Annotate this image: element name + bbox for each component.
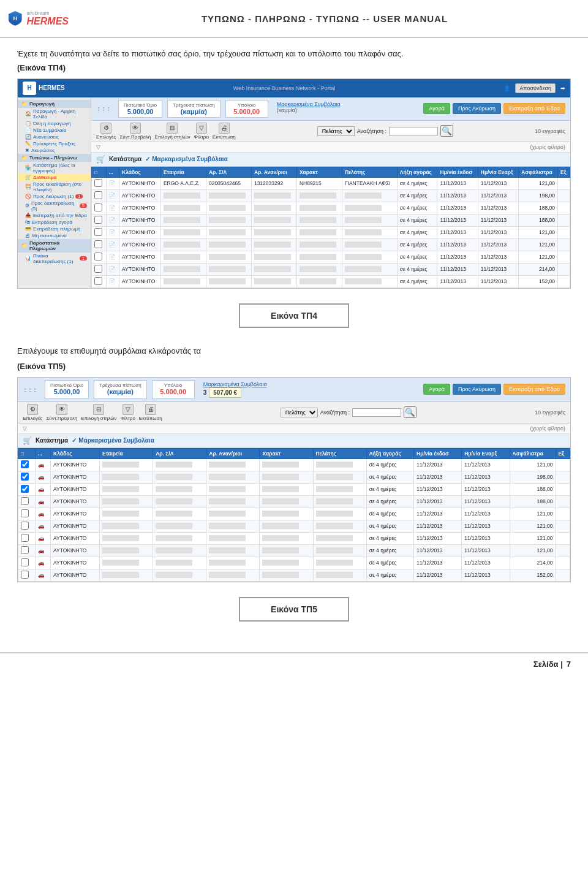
- col-xar: Χαρακτ: [296, 167, 342, 177]
- sidebar-item-clearance[interactable]: 🧮 Προς εκκαθάριση (στο πλαφόν): [18, 181, 91, 193]
- sidebar-item-home[interactable]: 🏠 Παραγωγή - Αρχική Σελίδα: [18, 108, 91, 120]
- sidebar-item-shop[interactable]: 🏪 Κατάστημα (όλες οι εγγραφές): [18, 162, 91, 174]
- page-header: H infoDream HERMES ΤΥΠΩΝΩ - ΠΛΗΡΩΝΩ - ΤΥ…: [0, 0, 588, 38]
- cancel-button[interactable]: Προς Ακύρωση: [453, 103, 501, 114]
- sidebar-section-reports: 📁 Παροστατικά Πληρωμών: [18, 239, 91, 253]
- col-ex-2: Εξ: [556, 448, 570, 458]
- app-topbar-right: 👤 Αποσύνδεση ➡: [503, 83, 565, 93]
- sidebar-item-unprinted[interactable]: 🖨 Μη εκτυπωμένα: [18, 232, 91, 239]
- info-bar-buttons: Αγορά Προς Ακύρωση Εισπραξη από Έδρα: [423, 100, 565, 118]
- menu-icon-label: ⋮⋮⋮: [96, 106, 111, 112]
- section-header: 🛒 Κατάστημα ✓ Μαρκαρισμένα Συμβόλαια: [91, 153, 570, 167]
- sidebar-item-process[interactable]: ⚙ Προς διεκπεραίωση (5) 5: [18, 200, 91, 212]
- import-icon: 📥: [25, 213, 31, 218]
- table-row: [92, 214, 107, 226]
- col-aran: Αρ. Αναν/ριοι: [251, 167, 296, 177]
- search-input[interactable]: [389, 127, 438, 135]
- client-select-2[interactable]: Πελάτης: [281, 408, 318, 417]
- section2-text: Επιλέγουμε τα επιθυμητά συμβόλαια κλικάρ…: [17, 345, 571, 358]
- marked-link[interactable]: Μαρκαρισμένα Συμβόλαια: [277, 101, 341, 107]
- screenshot-box-1: H HERMES Web Insurance Business Network …: [17, 78, 571, 289]
- caption-box-2-wrapper: Εικόνα ΤΠ5: [17, 588, 571, 630]
- page-title: ΤΥΠΩΝΩ - ΠΛΗΡΩΝΩ - ΤΥΠΩΝΩ -- USER MANUAL: [69, 13, 581, 24]
- page-footer: Σελίδα | 7: [0, 652, 588, 675]
- logo-area: H infoDream HERMES: [7, 5, 69, 32]
- page-content: Έχετε τη δυνατότητα να δείτε το πιστωτικ…: [0, 38, 588, 640]
- sidebar-section-production: 📁 Παραγωγή: [18, 100, 91, 108]
- table-row: [92, 238, 107, 251]
- filter-btn-2[interactable]: ▽ Φίλτρο: [121, 404, 135, 421]
- print-btn[interactable]: 🖨 Εκτύπωση: [213, 123, 236, 140]
- table-row: [18, 471, 36, 483]
- sidebar-item-renew[interactable]: 🔄 Ανανεώσεις: [18, 134, 91, 140]
- sidebar-item-new[interactable]: 📄 Νέα Συμβόλαια: [18, 127, 91, 134]
- folder-pay-icon: 📁: [21, 155, 28, 161]
- table-row: [18, 569, 36, 581]
- toolbar: ⚙ Επιλογές 👁 Σύντ.Προβολή ⊟ Επιλογή στηλ…: [91, 121, 570, 142]
- sidebar-item-praxis[interactable]: ✏️ Πρόσφετες Πράξεις: [18, 140, 91, 147]
- cart-icon: 🛒: [96, 155, 105, 164]
- columns-btn[interactable]: ⊟ Επιλογή στηλών: [154, 123, 190, 140]
- caption-box-2: Εικόνα ΤΠ5: [239, 597, 349, 622]
- available-icon: 🛒: [25, 175, 31, 180]
- buy-button-2[interactable]: Αγορά: [423, 384, 450, 395]
- current-credit-cell: Τρέχουσα πίστωση (καμμία): [167, 100, 221, 118]
- col-lixis: Λήξη αγοράς: [397, 167, 437, 177]
- client-select[interactable]: Πελάτης: [317, 126, 355, 136]
- current-credit-value-2: (καμμία): [99, 388, 141, 395]
- disconnect-button[interactable]: Αποσύνδεση: [515, 83, 556, 93]
- credit-limit-cell: Πιστωτικό Όριο 5.000,00: [118, 100, 162, 118]
- app-content: ⋮⋮⋮ Πιστωτικό Όριο 5.000,00 Τρέχουσα πίσ…: [91, 97, 570, 288]
- sidebar-item-payment[interactable]: 💳 Εκπράδεση πληρωμή: [18, 226, 91, 232]
- sidebar-item-buy[interactable]: 🛍 Εκπράδεση αγορά: [18, 219, 91, 226]
- search-input-2[interactable]: [352, 408, 401, 417]
- table-row: [92, 251, 107, 263]
- marked-link-2[interactable]: Μαρκαρισμένα Συμβόλαια: [203, 381, 267, 387]
- balance-label: Υπόλοιο: [231, 102, 263, 108]
- options-btn-2[interactable]: ⚙ Επιλογές: [23, 404, 42, 421]
- col-check-2: □: [18, 448, 36, 458]
- sidebar-item-import[interactable]: 📥 Εισπραξη από την Έδρα: [18, 212, 91, 219]
- print-btn-2[interactable]: 🖨 Εκτύπωση: [139, 404, 162, 421]
- table-row: [92, 202, 107, 214]
- section-title: Κατάστημα: [109, 156, 141, 162]
- col-arsl-2: Αρ. Σ/Λ: [153, 448, 206, 458]
- user-icon: 👤: [503, 85, 510, 91]
- sidebar-item-to-cancel[interactable]: 🚫 Προς Ακύρωση (1) 1: [18, 193, 91, 200]
- filter-icon-sm: ▽: [96, 144, 100, 150]
- filter-btn[interactable]: ▽ Φίλτρο: [194, 123, 209, 140]
- marked-section-label: Μαρκαρισμένα Συμβόλαια: [152, 156, 228, 162]
- credit-limit-cell-2: Πιστωτικό Όριο 5.000,00: [45, 380, 89, 399]
- buy-button[interactable]: Αγορά: [423, 103, 450, 114]
- check-icon-2: ✓: [72, 437, 77, 444]
- menu-icon-label-2: ⋮⋮⋮: [23, 387, 37, 392]
- balance-label-2: Υπόλοιο: [157, 382, 189, 388]
- view-btn-2[interactable]: 👁 Σύντ.Προβολή: [46, 404, 77, 421]
- import-button-2[interactable]: Εισπραξη από Έδρα: [503, 384, 565, 395]
- sidebar-section-payments: 📁 Τυπώνω - Πληρώνω: [18, 154, 91, 162]
- col-ex: Εξ: [558, 167, 570, 177]
- columns-icon: ⊟: [167, 123, 178, 134]
- filter-icon: ▽: [196, 123, 207, 134]
- search-button[interactable]: 🔍: [440, 125, 453, 137]
- col-class-2: Κλάδος: [51, 448, 100, 458]
- cancel-button-2[interactable]: Προς Ακύρωση: [453, 384, 501, 395]
- payment-icon: 💳: [25, 226, 31, 232]
- sidebar-item-cancel[interactable]: ✖ Ακυρώσεις: [18, 147, 91, 154]
- marked-section-label-2: Μαρκαρισμένα Συμβόλαια: [78, 437, 154, 444]
- import-button[interactable]: Εισπραξη από Έδρα: [503, 103, 565, 114]
- sidebar-item-all[interactable]: 📋 Όλη η παραγωγή: [18, 120, 91, 127]
- footer-page-number: 7: [567, 660, 571, 669]
- print-icon-2: 🖨: [145, 404, 156, 415]
- search-label-2: Αναζήτηση :: [320, 409, 350, 416]
- search-button-2[interactable]: 🔍: [404, 406, 417, 418]
- options-btn[interactable]: ⚙ Επιλογές: [96, 123, 116, 140]
- view-btn[interactable]: 👁 Σύντ.Προβολή: [119, 123, 151, 140]
- info-bar: ⋮⋮⋮ Πιστωτικό Όριο 5.000,00 Τρέχουσα πίσ…: [91, 97, 570, 121]
- sidebar-item-available[interactable]: 🛒 Διάθεσιμα: [18, 174, 91, 181]
- sidebar-item-table[interactable]: 📊 Πίνάκα διεκπεραίωσης (1) 1: [18, 253, 91, 265]
- cancel-badge: 1: [75, 194, 83, 199]
- app-brand: HERMES: [39, 85, 65, 91]
- credit-limit-label-2: Πιστωτικό Όριο: [50, 382, 83, 388]
- columns-btn-2[interactable]: ⊟ Επιλογή στηλών: [81, 404, 116, 421]
